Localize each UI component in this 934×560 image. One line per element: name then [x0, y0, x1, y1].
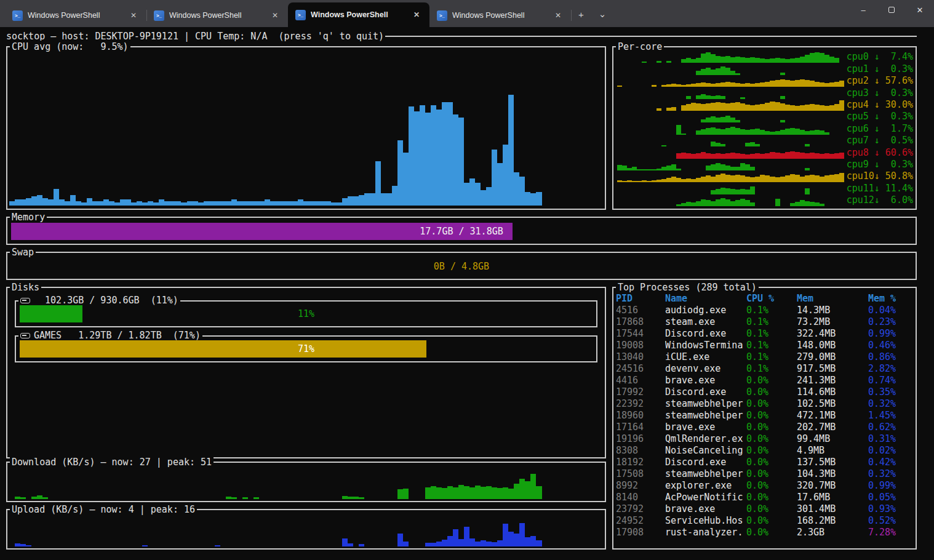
process-cpu-pct: 0.0% [746, 527, 797, 538]
core-bar [711, 116, 716, 123]
download-bar [242, 497, 248, 499]
process-column-header: PID [616, 293, 665, 305]
process-mem-pct: 0.23% [868, 316, 914, 328]
cpu-avg-bar [70, 195, 76, 206]
process-mem: 241.3MB [797, 375, 868, 386]
process-row-15: 8992explorer.exe0.0%320.7MB0.99% [616, 480, 914, 492]
process-cpu-pct: 0.1% [746, 316, 797, 328]
header-rule [385, 36, 917, 37]
cpu-avg-bar [37, 195, 42, 206]
process-row-10: 17164brave.exe0.0%202.7MB0.62% [616, 422, 914, 433]
process-name: QmlRenderer.ex [665, 433, 746, 445]
process-pid: 4516 [616, 305, 665, 316]
upload-bar [342, 538, 348, 546]
cpu-avg-bar [42, 198, 48, 206]
core-bar [716, 102, 720, 111]
core-sparkline-9 [617, 159, 844, 170]
download-bar [492, 487, 497, 499]
process-row-5: 24516devenv.exe0.1%917.5MB2.82% [616, 363, 914, 375]
cpu-avg-bar [54, 189, 59, 206]
process-mem-pct: 0.32% [868, 468, 914, 480]
core-row-5: cpu5 ↓ 0.3% [617, 111, 913, 122]
download-bar [431, 486, 436, 499]
cpu-avg-bar [31, 196, 37, 206]
cpu-avg-bar [519, 177, 525, 206]
process-name: WindowsTermina [665, 340, 746, 351]
process-mem: 148.0MB [797, 340, 868, 351]
core-bar [834, 174, 839, 182]
process-pid: 24516 [616, 363, 665, 375]
core-bar [716, 199, 720, 206]
download-chart [9, 466, 542, 499]
cpu-avg-bar [281, 201, 287, 206]
cpu-avg-bar [181, 202, 186, 206]
tab-dropdown-button[interactable]: ⌄ [591, 6, 614, 22]
process-mem: 472.1MB [797, 410, 868, 422]
memory-gauge-label: 17.7GB / 31.8GB [11, 226, 912, 237]
tab-close-icon[interactable]: ✕ [268, 10, 282, 21]
close-button[interactable]: ✕ [906, 0, 934, 20]
tab-windows-powershell-2[interactable]: >_Windows PowerShell✕ [288, 2, 429, 27]
maximize-button[interactable] [877, 0, 906, 20]
core-bar [725, 166, 730, 170]
process-mem-pct: 1.45% [868, 410, 914, 422]
process-mem-pct: 0.52% [868, 515, 914, 527]
core-bar [725, 68, 730, 75]
core-bar [686, 153, 691, 159]
core-sparkline-5 [617, 111, 844, 122]
tab-close-icon[interactable]: ✕ [410, 9, 423, 20]
core-bar [720, 174, 725, 182]
cpu-avg-bar [508, 95, 514, 206]
upload-bar [442, 540, 447, 546]
core-bar [730, 127, 735, 135]
new-tab-button[interactable]: + [571, 7, 591, 22]
tab-windows-powershell-0[interactable]: >_Windows PowerShell✕ [5, 4, 146, 27]
cpu-avg-bar [209, 201, 215, 206]
core-bar [696, 58, 701, 63]
process-pid: 8308 [616, 445, 665, 457]
core-bar [780, 58, 785, 63]
core-bar [716, 68, 720, 75]
core-label-6: cpu6 ↓ 1.7% [844, 123, 913, 135]
tab-windows-powershell-3[interactable]: >_Windows PowerShell✕ [429, 4, 571, 27]
minimize-button[interactable]: – [849, 0, 877, 20]
core-bar [770, 81, 775, 87]
core-bar [720, 66, 725, 75]
core-bar [720, 198, 725, 206]
cpu-avg-bar [514, 172, 519, 206]
core-bar [800, 57, 805, 63]
core-bar [800, 130, 805, 135]
core-bar [815, 52, 820, 63]
cpu-avg-bar [142, 202, 148, 206]
cpu-avg-bar [215, 201, 220, 206]
cpu-avg-bar [9, 201, 15, 206]
core-bar [701, 54, 706, 63]
core-bar [681, 203, 686, 206]
core-bar [790, 58, 795, 63]
tab-label: Windows PowerShell [311, 10, 405, 19]
tab-close-icon[interactable]: ✕ [551, 10, 565, 21]
disk-0-header: 102.3GB / 930.6GB (11%) [18, 295, 180, 306]
cpu-avg-bar [276, 201, 281, 206]
process-pid: 13040 [616, 351, 665, 363]
process-mem: 322.4MB [797, 328, 868, 340]
core-bar [765, 175, 770, 182]
core-bar [790, 174, 795, 182]
cpu-avg-bar [76, 201, 81, 206]
tab-windows-powershell-1[interactable]: >_Windows PowerShell✕ [146, 4, 288, 27]
core-bar [686, 58, 691, 63]
upload-bar [348, 543, 353, 546]
upload-bar [519, 523, 525, 546]
core-sparkline-3 [617, 87, 844, 98]
core-bar [839, 81, 844, 87]
core-bar [785, 80, 790, 87]
cpu-avg-bar [270, 201, 276, 206]
core-bar [829, 154, 834, 159]
cpu-avg-bar [314, 201, 320, 206]
tab-close-icon[interactable]: ✕ [127, 10, 140, 21]
core-bar [720, 103, 725, 111]
cpu-avg-bar [187, 201, 193, 206]
process-mem-pct: 0.05% [868, 492, 914, 503]
core-bar [810, 175, 815, 182]
disk-0-gauge: 11% [20, 305, 593, 322]
